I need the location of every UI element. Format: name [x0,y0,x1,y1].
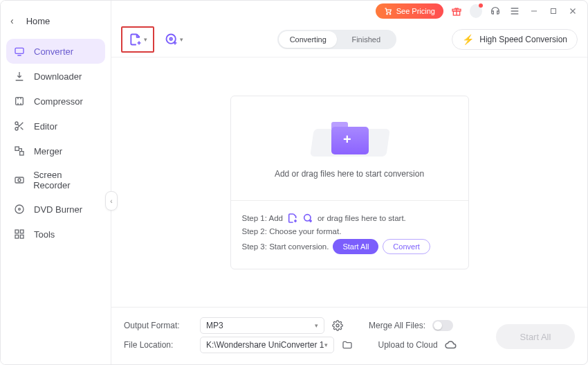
sidebar-item-label: Tools [34,229,55,240]
file-location-value: K:\Wondershare UniConverter 1 [206,340,324,350]
svg-point-8 [15,205,24,213]
file-location-label: File Location: [124,340,193,350]
maximize-button[interactable] [547,5,560,17]
chevron-down-icon: ▾ [180,36,183,43]
sidebar-item-editor[interactable]: Editor [6,114,105,139]
svg-point-3 [15,127,18,130]
chevron-down-icon: ▾ [324,341,328,348]
svg-rect-5 [20,152,24,155]
disc-icon [13,203,26,215]
add-dvd-icon [302,213,313,224]
sidebar-item-label: Merger [34,146,62,157]
settings-icon[interactable] [331,319,344,332]
merge-label: Merge All Files: [369,321,425,330]
svg-rect-13 [20,235,24,238]
svg-point-15 [389,13,391,15]
sidebar-item-screen-recorder[interactable]: Screen Recorder [6,163,105,197]
svg-rect-10 [15,230,19,233]
gift-icon[interactable] [450,5,463,17]
svg-point-20 [166,34,175,43]
sidebar-item-compressor[interactable]: Compressor [6,89,105,114]
hs-label: High Speed Conversion [479,35,567,44]
svg-rect-18 [551,9,556,14]
step3-text: Step 3: Start conversion. [242,242,329,251]
sidebar-item-downloader[interactable]: Downloader [6,64,105,89]
merge-icon [13,145,26,157]
sidebar-item-label: Editor [34,121,57,132]
svg-point-21 [169,37,172,39]
svg-point-2 [15,122,18,125]
support-icon[interactable] [489,5,502,17]
svg-point-7 [18,179,21,181]
download-icon [13,70,26,82]
pricing-label: See Pricing [396,7,435,15]
sidebar: ‹ Home Converter Downloader Compressor [1,1,111,364]
output-format-value: MP3 [206,321,223,330]
add-url-button[interactable]: ▾ [161,27,186,52]
svg-point-23 [336,324,339,327]
converter-icon [13,45,26,57]
drop-zone[interactable]: + Add or drag files here to start conver… [231,96,468,200]
sidebar-item-label: Downloader [34,71,82,82]
cloud-icon[interactable] [445,339,457,351]
drop-zone-text: Add or drag files here to start conversi… [275,169,424,179]
collapse-sidebar-button[interactable]: ‹ [105,191,118,211]
scissors-icon [13,120,26,132]
add-file-icon [287,213,298,224]
add-file-button[interactable]: ▾ [121,26,154,53]
titlebar: See Pricing [111,1,587,21]
step1-prefix: Step 1: Add [242,214,283,222]
step-2: Step 2: Choose your format. [242,227,457,235]
sidebar-item-label: Screen Recorder [33,170,98,190]
high-speed-button[interactable]: ⚡ High Speed Conversion [452,29,578,50]
convert-pill[interactable]: Convert [383,239,430,254]
pricing-button[interactable]: See Pricing [376,3,443,19]
toolbar: ▾ ▾ Converting Finished ⚡ High Speed Con… [111,21,587,57]
sidebar-item-merger[interactable]: Merger [6,139,105,163]
chevron-down-icon: ▾ [144,36,147,43]
step2-text: Step 2: Choose your format. [242,227,342,235]
svg-point-22 [304,215,311,221]
file-location-select[interactable]: K:\Wondershare UniConverter 1 ▾ [200,337,334,353]
sidebar-item-dvd-burner[interactable]: DVD Burner [6,197,105,222]
open-folder-icon[interactable] [341,339,353,351]
bolt-icon: ⚡ [462,34,474,45]
svg-point-14 [386,13,387,15]
content-area: + Add or drag files here to start conver… [111,57,587,307]
tab-finished[interactable]: Finished [337,31,395,48]
svg-rect-4 [15,147,19,150]
tab-converting[interactable]: Converting [279,31,337,48]
compress-icon [13,95,26,107]
svg-point-9 [19,208,21,211]
output-format-select[interactable]: MP3 ▾ [200,317,324,334]
sidebar-item-converter[interactable]: Converter [6,39,105,64]
account-icon[interactable] [470,5,482,17]
sidebar-item-tools[interactable]: Tools [6,222,105,247]
step-1: Step 1: Add or drag files here to start. [242,213,457,224]
svg-rect-1 [16,98,24,105]
cart-icon [384,7,392,15]
close-button[interactable] [567,5,579,17]
chevron-left-icon: ‹ [10,15,14,26]
step1-suffix: or drag files here to start. [318,214,406,222]
merge-toggle[interactable] [432,320,453,331]
status-tabs: Converting Finished [277,30,396,49]
add-file-icon [129,33,143,46]
start-all-button: Start All [496,324,575,349]
minimize-button[interactable] [528,5,540,17]
back-home-button[interactable]: ‹ Home [6,11,105,39]
steps-panel: Step 1: Add or drag files here to start.… [231,200,468,269]
camera-icon [13,174,25,186]
svg-rect-11 [20,230,24,233]
sidebar-item-label: DVD Burner [34,204,82,215]
sidebar-item-label: Compressor [34,96,83,107]
step-3: Step 3: Start conversion. Start All Conv… [242,239,457,254]
start-all-pill[interactable]: Start All [333,239,378,254]
add-dvd-icon [165,33,178,46]
main-panel: See Pricing [111,1,587,364]
grid-icon [13,228,26,240]
footer: Output Format: MP3 ▾ Merge All Files: Fi… [111,307,587,364]
menu-icon[interactable] [508,5,521,17]
svg-rect-0 [15,48,24,53]
sidebar-item-label: Converter [34,46,73,57]
